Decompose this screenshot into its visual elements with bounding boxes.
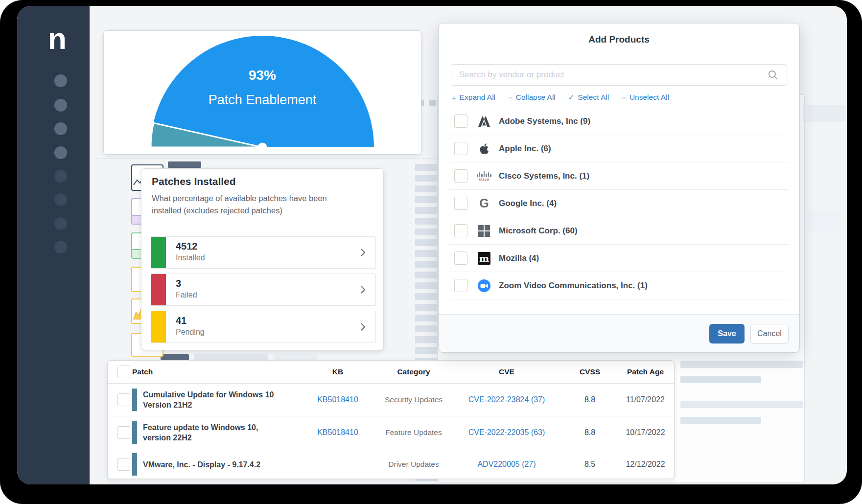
cvss-cell: 8.8 bbox=[563, 395, 617, 404]
severity-bar bbox=[132, 421, 137, 444]
pending-color-bar bbox=[151, 311, 166, 343]
device-frame: n 93% Patch Enablement Patches Installed… bbox=[0, 0, 862, 504]
vendor-checkbox[interactable] bbox=[454, 115, 467, 128]
vendor-name: Apple Inc. (6) bbox=[499, 144, 551, 154]
vendor-checkbox[interactable] bbox=[454, 279, 467, 292]
skeleton-bar bbox=[274, 354, 318, 360]
vendor-name: Cisco Systems, Inc. (1) bbox=[499, 171, 589, 181]
unselect-all-label: Unselect All bbox=[629, 93, 669, 102]
cve-link[interactable]: ADV220005 (27) bbox=[477, 460, 536, 468]
skeleton-tab bbox=[161, 354, 189, 360]
cvss-cell: 8.5 bbox=[563, 460, 617, 469]
search-input[interactable] bbox=[451, 64, 787, 86]
bulk-actions: + Expand All − Collapse All ✓ Select All… bbox=[452, 93, 669, 102]
kb-link[interactable]: KB5018410 bbox=[317, 428, 358, 436]
select-all-checkbox[interactable] bbox=[117, 366, 130, 378]
row-checkbox[interactable] bbox=[117, 426, 130, 439]
skeleton-bar bbox=[680, 417, 761, 424]
kb-link[interactable]: KB5018410 bbox=[317, 395, 358, 404]
vendor-checkbox[interactable] bbox=[454, 224, 467, 237]
chevron-right-icon[interactable] bbox=[357, 284, 369, 296]
skeleton-square bbox=[429, 100, 436, 106]
category-cell: Security Updates bbox=[377, 395, 450, 404]
vendor-row-mozilla[interactable]: m Mozilla (4) bbox=[449, 245, 789, 272]
skeleton-bar bbox=[803, 105, 846, 122]
skeleton-bar bbox=[680, 361, 803, 368]
vendor-checkbox[interactable] bbox=[454, 252, 467, 265]
failed-label: Failed bbox=[176, 291, 197, 299]
vendor-row-zoom[interactable]: Zoom Video Communications, Inc. (1) bbox=[449, 272, 789, 299]
cve-link[interactable]: CVE-2022-23824 (37) bbox=[468, 395, 545, 404]
skeleton-bar bbox=[680, 401, 803, 408]
plus-icon: + bbox=[452, 93, 456, 102]
header-category: Category bbox=[377, 367, 450, 376]
skeleton-tab bbox=[168, 161, 201, 168]
stat-row-installed[interactable]: 4512 Installed bbox=[151, 236, 376, 269]
vendor-row-google[interactable]: G Google Inc. (4) bbox=[449, 190, 789, 217]
sidebar-item-7[interactable] bbox=[54, 217, 67, 230]
stat-row-pending[interactable]: 41 Pending bbox=[151, 311, 376, 343]
expand-all-link[interactable]: + Expand All bbox=[452, 93, 495, 102]
table-row: Cumulative Update for Windows 10 Version… bbox=[108, 384, 674, 416]
header-age: Patch Age bbox=[617, 367, 674, 376]
table-header-row: Patch KB Category CVE CVSS Patch Age bbox=[108, 361, 674, 384]
select-all-link[interactable]: ✓ Select All bbox=[568, 93, 609, 102]
select-all-label: Select All bbox=[578, 93, 609, 102]
semicircle-gauge-chart: 93% Patch Enablement bbox=[104, 31, 421, 154]
skeleton-bar bbox=[680, 376, 761, 383]
patch-name: Feature update to Windows 10, version 22… bbox=[143, 422, 282, 443]
modal-header: Add Products bbox=[439, 23, 799, 55]
card-title: Patches Installed bbox=[152, 176, 236, 187]
minus-icon: − bbox=[508, 93, 513, 102]
severity-bar bbox=[132, 389, 137, 411]
patch-age-cell: 11/07/2022 bbox=[617, 395, 674, 404]
vendor-checkbox[interactable] bbox=[454, 169, 467, 183]
failed-count: 3 bbox=[176, 278, 181, 289]
collapse-all-link[interactable]: − Collapse All bbox=[508, 93, 556, 102]
app-screen: n 93% Patch Enablement Patches Installed… bbox=[17, 6, 847, 484]
patch-name: Cumulative Update for Windows 10 Version… bbox=[143, 389, 282, 410]
row-checkbox[interactable] bbox=[117, 393, 130, 406]
vendor-row-microsoft[interactable]: Microsoft Corp. (60) bbox=[449, 217, 789, 245]
save-button[interactable]: Save bbox=[709, 324, 745, 344]
vendor-name: Adobe Systems, Inc (9) bbox=[499, 116, 590, 126]
check-icon: ✓ bbox=[568, 93, 575, 102]
vendor-name: Zoom Video Communications, Inc. (1) bbox=[499, 281, 648, 291]
sidebar-item-2[interactable] bbox=[54, 99, 67, 112]
skeleton-bar bbox=[194, 354, 268, 360]
gauge-percent: 93% bbox=[249, 68, 276, 83]
chevron-right-icon[interactable] bbox=[357, 247, 369, 258]
unselect-all-link[interactable]: − Unselect All bbox=[622, 93, 669, 102]
sidebar-item-3[interactable] bbox=[54, 122, 67, 135]
vendor-row-adobe[interactable]: Adobe Systems, Inc (9) bbox=[449, 108, 789, 135]
row-checkbox[interactable] bbox=[117, 458, 130, 471]
apple-logo-icon bbox=[477, 142, 491, 156]
table-row: VMware, Inc. - Display - 9.17.4.2 Driver… bbox=[108, 449, 674, 479]
sidebar-item-6[interactable] bbox=[54, 193, 67, 206]
adobe-logo-icon bbox=[477, 115, 491, 128]
chevron-right-icon[interactable] bbox=[357, 321, 369, 333]
search-icon bbox=[767, 69, 779, 81]
sidebar-item-5[interactable] bbox=[54, 170, 67, 183]
cancel-button[interactable]: Cancel bbox=[750, 324, 789, 344]
expand-all-label: Expand All bbox=[460, 93, 495, 102]
sidebar-item-1[interactable] bbox=[54, 74, 67, 87]
patch-age-cell: 12/12/2022 bbox=[617, 460, 674, 469]
background-divider bbox=[95, 158, 437, 159]
vendor-name: Mozilla (4) bbox=[499, 253, 539, 263]
installed-count: 4512 bbox=[176, 241, 198, 252]
vendor-name: Microsoft Corp. (60) bbox=[499, 226, 578, 236]
google-logo-icon: G bbox=[477, 197, 491, 210]
stat-row-failed[interactable]: 3 Failed bbox=[151, 274, 376, 306]
table-row: Feature update to Windows 10, version 22… bbox=[108, 416, 674, 449]
sidebar-item-4[interactable] bbox=[54, 146, 67, 159]
header-cve: CVE bbox=[450, 367, 563, 376]
vendor-checkbox[interactable] bbox=[454, 197, 467, 210]
sidebar-item-8[interactable] bbox=[54, 241, 67, 253]
vendor-row-apple[interactable]: Apple Inc. (6) bbox=[449, 135, 789, 162]
modal-title: Add Products bbox=[439, 34, 799, 45]
cve-link[interactable]: CVE-2022-22035 (63) bbox=[468, 428, 545, 436]
installed-color-bar bbox=[151, 237, 166, 268]
vendor-row-cisco[interactable]: cisco Cisco Systems, Inc. (1) bbox=[449, 162, 789, 190]
vendor-checkbox[interactable] bbox=[454, 142, 467, 155]
